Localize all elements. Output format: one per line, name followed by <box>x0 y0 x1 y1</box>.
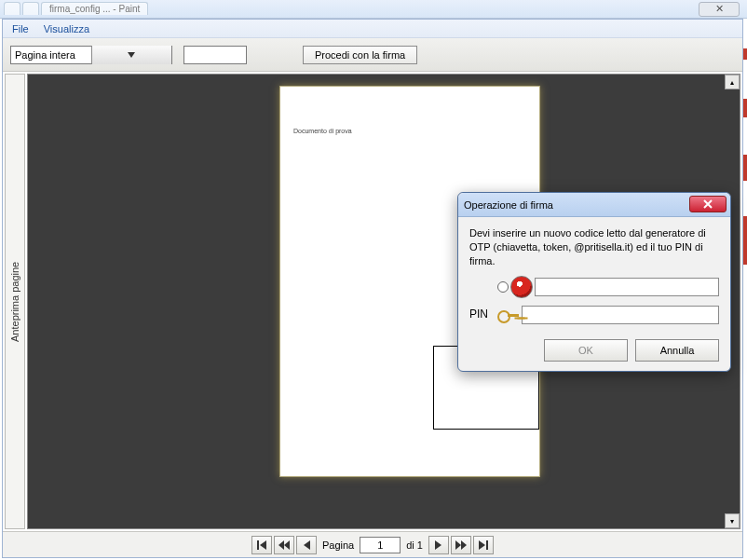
svg-rect-1 <box>257 540 259 550</box>
document-text: Documento di prova <box>293 128 352 134</box>
pager-next-button[interactable] <box>428 536 449 554</box>
sign-dialog: Operazione di firma Devi inserire un nuo… <box>457 192 731 372</box>
dialog-title-text: Operazione di firma <box>464 199 553 211</box>
menu-view[interactable]: Visualizza <box>38 21 95 36</box>
svg-marker-7 <box>455 540 461 550</box>
key-icon <box>497 307 520 322</box>
dialog-ok-button[interactable]: OK <box>544 339 628 362</box>
svg-marker-2 <box>260 540 266 550</box>
dialog-titlebar[interactable]: Operazione di firma <box>458 193 730 217</box>
zoom-select-value: Pagina intera <box>11 49 91 61</box>
svg-marker-6 <box>435 540 441 550</box>
pin-input[interactable] <box>522 306 719 324</box>
pager-label-suffix: di 1 <box>406 540 423 551</box>
os-window-titlebar: firma_config ... - Paint ✕ <box>0 0 747 19</box>
scroll-down-button[interactable]: ▾ <box>725 513 740 528</box>
svg-marker-5 <box>304 540 310 550</box>
dialog-cancel-button[interactable]: Annulla <box>635 339 719 362</box>
toolbar: Pagina intera Procedi con la firma <box>3 38 742 72</box>
os-tab-strip: firma_config ... - Paint <box>4 2 148 15</box>
os-tab[interactable] <box>4 2 20 15</box>
otp-input[interactable] <box>535 278 719 296</box>
menu-file[interactable]: File <box>7 21 34 36</box>
dialog-body: Devi inserire un nuovo codice letto dal … <box>458 217 730 328</box>
pin-row: PIN <box>469 306 719 324</box>
pager-last-button[interactable] <box>473 536 494 554</box>
pin-label: PIN <box>469 307 496 321</box>
zoom-select[interactable]: Pagina intera <box>10 46 172 64</box>
otp-row <box>469 276 719 298</box>
os-tab[interactable] <box>22 2 39 15</box>
otp-radio[interactable] <box>497 281 509 293</box>
decorative-edge <box>743 155 747 181</box>
decorative-edge <box>743 216 747 265</box>
dialog-button-row: OK Annulla <box>458 328 730 362</box>
toolbar-text-input[interactable] <box>183 46 247 64</box>
svg-marker-8 <box>461 540 467 550</box>
svg-rect-10 <box>486 540 488 550</box>
chevron-down-icon <box>91 46 171 64</box>
svg-marker-9 <box>479 540 485 550</box>
pager-first-button[interactable] <box>251 536 272 554</box>
pager-label-prefix: Pagina <box>322 540 354 551</box>
rsa-token-icon <box>510 276 533 298</box>
svg-marker-0 <box>128 52 135 58</box>
scroll-up-button[interactable]: ▴ <box>725 75 740 89</box>
decorative-edge <box>743 48 747 60</box>
pager-bar: Pagina di 1 <box>3 531 742 557</box>
svg-marker-4 <box>284 540 290 550</box>
svg-marker-3 <box>278 540 284 550</box>
thumbnails-tab[interactable]: Anteprima pagine <box>5 74 25 529</box>
dialog-message: Devi inserire un nuovo codice letto dal … <box>469 226 719 268</box>
os-close-button[interactable]: ✕ <box>699 2 740 17</box>
pager-page-input[interactable] <box>360 537 401 553</box>
dialog-close-button[interactable] <box>689 196 727 212</box>
proceed-sign-button[interactable]: Procedi con la firma <box>303 46 417 64</box>
pager-fastback-button[interactable] <box>274 536 294 554</box>
decorative-edge <box>743 99 747 117</box>
pager-fastfwd-button[interactable] <box>451 536 471 554</box>
app-window: File Visualizza Pagina intera Procedi co… <box>2 19 743 558</box>
os-tab-active[interactable]: firma_config ... - Paint <box>41 2 148 15</box>
menubar: File Visualizza <box>3 20 742 38</box>
pager-prev-button[interactable] <box>296 536 317 554</box>
